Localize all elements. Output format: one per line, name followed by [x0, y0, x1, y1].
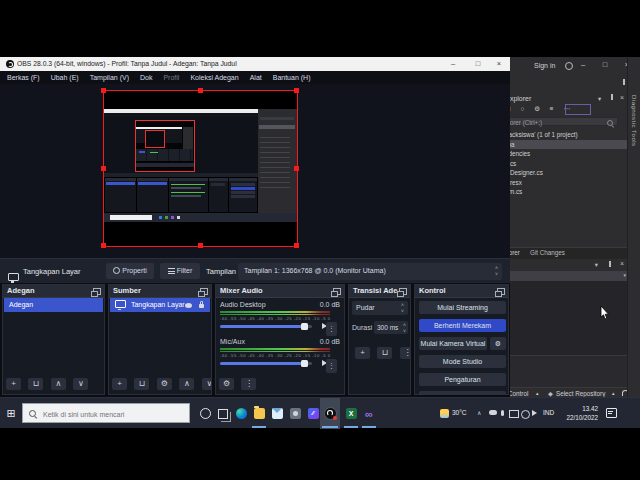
task-view-button[interactable]: [214, 398, 232, 429]
cortana-button[interactable]: [196, 398, 214, 429]
tab-git-changes[interactable]: Git Changes: [530, 249, 565, 256]
start-streaming-button[interactable]: Mulai Streaming: [419, 301, 506, 314]
studio-mode-button[interactable]: Mode Studio: [419, 355, 506, 368]
close-icon[interactable]: ×: [620, 94, 624, 101]
edge-button[interactable]: [232, 398, 250, 429]
transition-type-dropdown[interactable]: Pudar ˄˅: [352, 301, 408, 315]
vs-maximize-button[interactable]: □: [598, 60, 612, 69]
spin-down-icon[interactable]: ˅: [403, 328, 406, 334]
action-center-icon[interactable]: [606, 408, 617, 418]
pin-icon[interactable]: [609, 261, 611, 267]
vs-minimize-button[interactable]: –: [576, 60, 590, 69]
mail-button[interactable]: [268, 398, 286, 429]
menu-koleksi-adegan[interactable]: Koleksi Adegan: [190, 74, 238, 81]
mixer-menu-button[interactable]: ⋮: [241, 378, 256, 390]
diagnostic-tools-tab[interactable]: Diagnostic Tools: [627, 57, 640, 398]
duration-spinbox[interactable]: 300 ms ˄˅: [374, 321, 408, 334]
resize-handle[interactable]: [198, 88, 203, 93]
virtual-camera-settings-button[interactable]: ⚙: [490, 337, 506, 350]
close-icon[interactable]: ×: [620, 260, 624, 267]
scene-up-button[interactable]: ∧: [51, 378, 66, 390]
selected-source-bounding-box[interactable]: [103, 90, 298, 247]
obs-taskbar-button[interactable]: [320, 398, 340, 429]
source-list-item[interactable]: Tangkapan Layar: [110, 298, 210, 312]
filter-button[interactable]: Filter: [160, 263, 200, 279]
temperature-label[interactable]: 30°C: [452, 409, 467, 416]
taskbar-search-box[interactable]: [22, 403, 190, 423]
pin-icon[interactable]: [611, 94, 613, 100]
resize-handle[interactable]: [198, 243, 203, 248]
slider-knob[interactable]: [301, 360, 308, 367]
network-globe-icon[interactable]: [521, 410, 530, 419]
vs-sign-in[interactable]: Sign in: [534, 62, 555, 69]
visual-studio-button[interactable]: ∞: [360, 398, 378, 429]
popout-icon[interactable]: [93, 288, 101, 295]
remove-source-button[interactable]: ⊔: [134, 378, 149, 390]
menu-tampilan[interactable]: Tampilan (V): [90, 74, 129, 81]
channel2-menu-button[interactable]: ⋮: [326, 359, 337, 373]
menu-dok[interactable]: Dok: [140, 74, 152, 81]
resize-handle[interactable]: [101, 243, 106, 248]
transition-menu-button[interactable]: ⋮: [400, 347, 411, 359]
view-dropdown[interactable]: Tampilan 1: 1366x768 @ 0.0 (Monitor Utam…: [238, 263, 502, 280]
onedrive-icon[interactable]: [489, 410, 497, 415]
file-explorer-button[interactable]: [250, 398, 268, 429]
resize-handle[interactable]: [294, 166, 299, 171]
lock-icon[interactable]: [199, 304, 204, 308]
obs-preview-canvas[interactable]: [0, 84, 510, 258]
stop-recording-button[interactable]: Berhenti Merekam: [419, 319, 506, 332]
scene-list-item[interactable]: Adegan: [4, 298, 103, 312]
remove-transition-button[interactable]: ⊔: [377, 347, 392, 359]
microphone-icon[interactable]: [501, 410, 504, 416]
spin-down-icon[interactable]: ˅: [401, 308, 404, 314]
scene-down-button[interactable]: ∨: [73, 378, 88, 390]
channel2-volume-slider[interactable]: ⋮: [220, 359, 340, 367]
remove-scene-button[interactable]: ⊔: [28, 378, 43, 390]
excel-button[interactable]: X: [342, 398, 360, 429]
source-down-button[interactable]: ∨: [202, 378, 212, 390]
start-button[interactable]: ⊞: [2, 398, 20, 429]
display-icon[interactable]: [509, 410, 519, 418]
menu-profil[interactable]: Profil: [163, 74, 179, 81]
add-transition-button[interactable]: +: [355, 347, 370, 359]
pin-icon[interactable]: [623, 79, 625, 85]
visibility-eye-icon[interactable]: [185, 303, 192, 308]
menu-alat[interactable]: Alat: [250, 74, 262, 81]
resize-handle[interactable]: [294, 243, 299, 248]
add-source-button[interactable]: +: [112, 378, 127, 390]
tray-expand-chevron[interactable]: ∧: [477, 409, 481, 416]
start-virtual-camera-button[interactable]: Mulai Kamera Virtual: [419, 337, 487, 350]
search-input[interactable]: [41, 405, 185, 423]
popout-icon[interactable]: [333, 288, 341, 295]
source-control-status[interactable]: Control: [508, 390, 528, 397]
language-indicator[interactable]: IND: [543, 409, 554, 416]
popout-icon[interactable]: [200, 288, 208, 295]
spin-down-icon[interactable]: ˅: [495, 271, 498, 277]
speaker-icon[interactable]: [532, 410, 540, 416]
mixer-settings-button[interactable]: ⚙: [219, 378, 234, 390]
close-button[interactable]: ×: [492, 59, 506, 68]
resize-handle[interactable]: [101, 166, 106, 171]
settings-button[interactable]: Pengaturan: [419, 373, 506, 386]
source-up-button[interactable]: ∧: [179, 378, 194, 390]
select-repository[interactable]: Select Repository: [556, 390, 605, 397]
add-scene-button[interactable]: +: [6, 378, 21, 390]
menu-bantuan[interactable]: Bantuan (H): [273, 74, 311, 81]
exit-button[interactable]: Keluar: [419, 391, 506, 395]
clock[interactable]: 13.42 22/10/2022: [560, 404, 598, 422]
popout-icon[interactable]: [399, 288, 407, 295]
minimize-button[interactable]: –: [446, 59, 460, 68]
channel1-menu-button[interactable]: ⋮: [326, 322, 337, 336]
resize-handle[interactable]: [101, 88, 106, 93]
maximize-button[interactable]: □: [471, 59, 485, 68]
popout-icon[interactable]: [497, 288, 505, 295]
menu-berkas[interactable]: Berkas (F): [7, 74, 40, 81]
channel1-volume-slider[interactable]: ⋮: [220, 322, 340, 330]
slider-knob[interactable]: [301, 323, 308, 330]
weather-icon[interactable]: [440, 409, 449, 418]
camera-button[interactable]: [286, 398, 304, 429]
properties-button[interactable]: Properti: [106, 263, 154, 279]
resize-handle[interactable]: [294, 88, 299, 93]
chevron-down-icon[interactable]: ▾: [595, 261, 598, 268]
menu-ubah[interactable]: Ubah (E): [51, 74, 79, 81]
